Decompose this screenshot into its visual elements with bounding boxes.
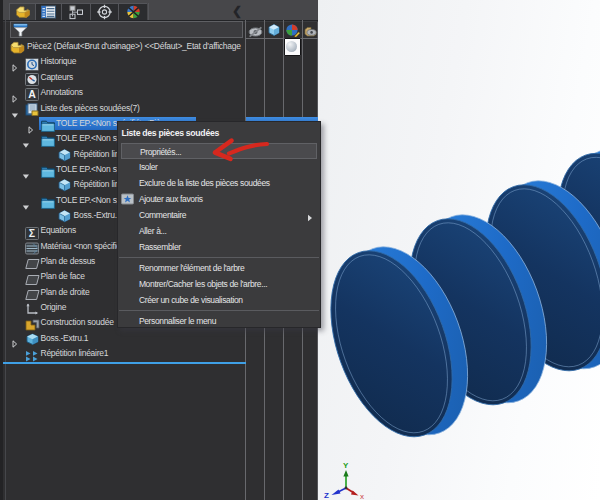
- svg-text:Y: Y: [343, 461, 349, 470]
- svg-text:Z: Z: [324, 491, 329, 500]
- svg-text:x: x: [360, 492, 364, 500]
- svg-text:Σ: Σ: [29, 227, 35, 239]
- svg-text:A: A: [28, 89, 36, 101]
